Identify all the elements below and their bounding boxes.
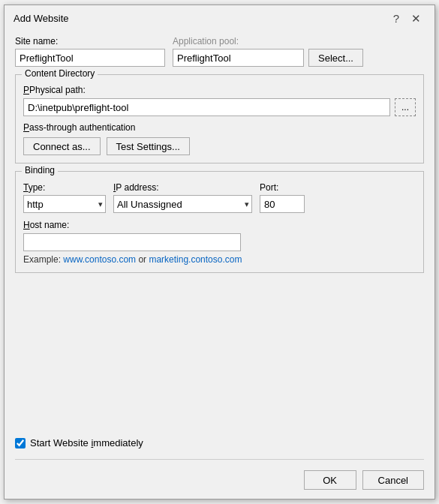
site-name-label: Site name:: [15, 36, 165, 46]
dialog-content: Site name: Application pool: Select... C…: [5, 30, 434, 437]
ok-button[interactable]: OK: [304, 470, 356, 490]
start-website-checkbox[interactable]: [15, 438, 26, 448]
bottom-section: Start Website immediately OK Cancel: [5, 437, 434, 499]
cancel-button[interactable]: Cancel: [362, 470, 424, 490]
dialog-title: Add Website: [14, 13, 68, 24]
app-pool-input[interactable]: [173, 49, 304, 67]
content-directory-title: Content Directory: [22, 68, 98, 79]
ip-select[interactable]: All Unassigned: [113, 195, 252, 213]
ip-group: IP address: All Unassigned: [113, 182, 252, 213]
host-name-input[interactable]: [23, 233, 241, 251]
port-label: Port:: [260, 182, 305, 193]
title-bar-left: Add Website: [14, 13, 68, 24]
binding-group: Binding Type: http https: [15, 171, 424, 273]
physical-path-row: ...: [23, 98, 416, 116]
ip-label: IP address:: [113, 182, 252, 193]
example-text: Example: www.contoso.com or marketing.co…: [23, 254, 416, 265]
type-group: Type: http https: [23, 182, 106, 213]
physical-path-input[interactable]: [23, 98, 390, 116]
content-directory-group: Content Directory PPhysical path: ... Pa…: [15, 74, 424, 164]
start-website-row: Start Website immediately: [15, 437, 424, 448]
close-button[interactable]: ✕: [407, 11, 425, 26]
site-name-group: Site name:: [15, 36, 165, 67]
spacer: [15, 280, 424, 431]
binding-title: Binding: [22, 165, 58, 176]
title-actions: ? ✕: [389, 11, 425, 26]
start-website-label: Start Website immediately: [30, 437, 143, 448]
host-name-label-row: Host name:: [23, 219, 416, 230]
app-pool-row: Select...: [173, 49, 363, 67]
binding-top-row: Type: http https IP address:: [23, 182, 416, 213]
test-settings-button[interactable]: Test Settings...: [107, 137, 190, 155]
pass-through-label: Pass-through authentication: [23, 122, 416, 133]
app-pool-group: Application pool: Select...: [173, 36, 363, 67]
ip-select-wrapper: All Unassigned: [113, 195, 252, 213]
auth-button-row: Connect as... Test Settings...: [23, 137, 416, 155]
browse-button[interactable]: ...: [395, 98, 416, 116]
type-label: Type:: [23, 182, 106, 193]
content-dir-inner: PPhysical path: ... Pass-through authent…: [23, 80, 416, 155]
connect-as-button[interactable]: Connect as...: [23, 137, 101, 155]
physical-path-label-p: P: [23, 85, 29, 95]
divider: [15, 459, 424, 460]
binding-inner: Type: http https IP address:: [23, 178, 416, 265]
port-input[interactable]: [260, 195, 305, 213]
title-bar: Add Website ? ✕: [5, 5, 434, 30]
app-pool-label: Application pool:: [173, 36, 363, 46]
port-group: Port:: [260, 182, 305, 213]
type-select[interactable]: http https: [23, 195, 106, 213]
help-button[interactable]: ?: [389, 11, 404, 26]
site-app-pool-row: Site name: Application pool: Select...: [15, 36, 424, 67]
site-name-input[interactable]: [15, 49, 165, 67]
dialog-buttons: OK Cancel: [15, 470, 424, 490]
select-app-pool-button[interactable]: Select...: [308, 49, 363, 67]
physical-path-label: PPhysical path:: [23, 85, 86, 95]
type-select-wrapper: http https: [23, 195, 106, 213]
add-website-dialog: Add Website ? ✕ Site name: Application p…: [4, 4, 435, 500]
host-name-label: Host name:: [23, 220, 69, 230]
